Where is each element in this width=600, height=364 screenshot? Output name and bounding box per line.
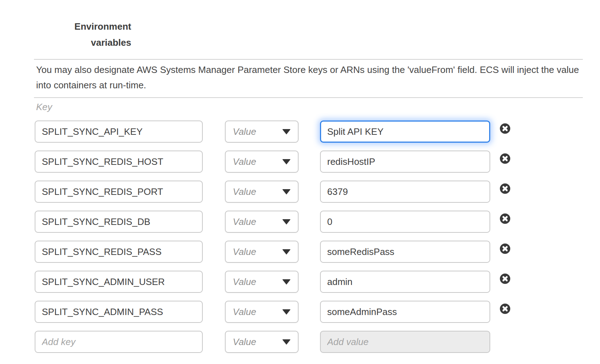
dropdown-arrow-icon — [282, 129, 291, 134]
add-env-var-row: Value — [35, 331, 510, 353]
value-type-label: Value — [233, 186, 256, 197]
remove-row-button[interactable] — [500, 304, 510, 314]
env-var-row: Value — [35, 120, 510, 143]
env-var-rows: Value Value Value — [35, 120, 510, 361]
env-var-row: Value — [35, 211, 510, 233]
value-type-dropdown[interactable]: Value — [225, 151, 299, 173]
env-var-row: Value — [35, 301, 510, 323]
value-type-label: Value — [233, 156, 256, 167]
value-input[interactable] — [320, 181, 490, 203]
dropdown-arrow-icon — [282, 189, 291, 195]
value-type-label: Value — [233, 276, 256, 287]
parameter-store-description: You may also designate AWS Systems Manag… — [36, 62, 595, 93]
remove-row-button[interactable] — [500, 244, 510, 254]
value-input[interactable] — [320, 271, 490, 293]
environment-variables-section: Environment variables You may also desig… — [0, 0, 600, 364]
value-input[interactable] — [320, 211, 490, 233]
value-type-dropdown[interactable]: Value — [225, 181, 299, 203]
remove-row-button[interactable] — [500, 153, 510, 164]
value-input[interactable] — [320, 151, 490, 173]
key-input[interactable] — [35, 151, 203, 173]
value-type-label: Value — [233, 246, 256, 257]
key-input[interactable] — [35, 181, 203, 203]
dropdown-arrow-icon — [282, 339, 291, 345]
env-var-row: Value — [35, 271, 510, 293]
value-type-label: Value — [233, 216, 256, 227]
dropdown-arrow-icon — [282, 159, 291, 164]
section-divider-top — [34, 59, 583, 60]
section-divider-bottom — [34, 97, 583, 98]
env-var-row: Value — [35, 181, 510, 203]
remove-icon — [500, 183, 510, 194]
key-input[interactable] — [35, 241, 203, 263]
env-var-row: Value — [35, 241, 510, 263]
remove-row-button[interactable] — [500, 213, 510, 224]
value-type-dropdown[interactable]: Value — [225, 301, 299, 323]
value-type-label: Value — [233, 126, 256, 137]
key-input[interactable] — [35, 301, 203, 323]
add-value-input — [320, 331, 490, 353]
key-input[interactable] — [35, 271, 203, 293]
value-type-dropdown[interactable]: Value — [225, 331, 299, 353]
value-input[interactable] — [320, 241, 490, 263]
dropdown-arrow-icon — [282, 219, 291, 225]
dropdown-arrow-icon — [282, 249, 291, 255]
add-key-input[interactable] — [35, 331, 203, 353]
remove-icon — [500, 274, 510, 284]
value-type-label: Value — [233, 306, 256, 318]
value-type-dropdown[interactable]: Value — [225, 271, 299, 293]
dropdown-arrow-icon — [282, 279, 291, 285]
key-input[interactable] — [35, 120, 203, 143]
remove-icon — [500, 123, 510, 134]
key-column-label: Key — [36, 102, 52, 113]
value-type-dropdown[interactable]: Value — [225, 211, 299, 233]
remove-icon — [500, 304, 510, 314]
value-type-dropdown[interactable]: Value — [225, 241, 299, 263]
value-type-dropdown[interactable]: Value — [225, 120, 299, 143]
remove-row-button[interactable] — [500, 274, 510, 284]
env-var-row: Value — [35, 151, 510, 173]
key-input[interactable] — [35, 211, 203, 233]
remove-icon — [500, 244, 510, 254]
environment-variables-label: Environment variables — [36, 19, 131, 51]
value-type-label: Value — [233, 336, 256, 348]
remove-row-button[interactable] — [500, 123, 510, 134]
remove-row-button[interactable] — [500, 183, 510, 194]
value-input[interactable] — [320, 120, 490, 143]
remove-icon — [500, 153, 510, 164]
value-input[interactable] — [320, 301, 490, 323]
dropdown-arrow-icon — [282, 309, 291, 315]
remove-icon — [500, 213, 510, 224]
